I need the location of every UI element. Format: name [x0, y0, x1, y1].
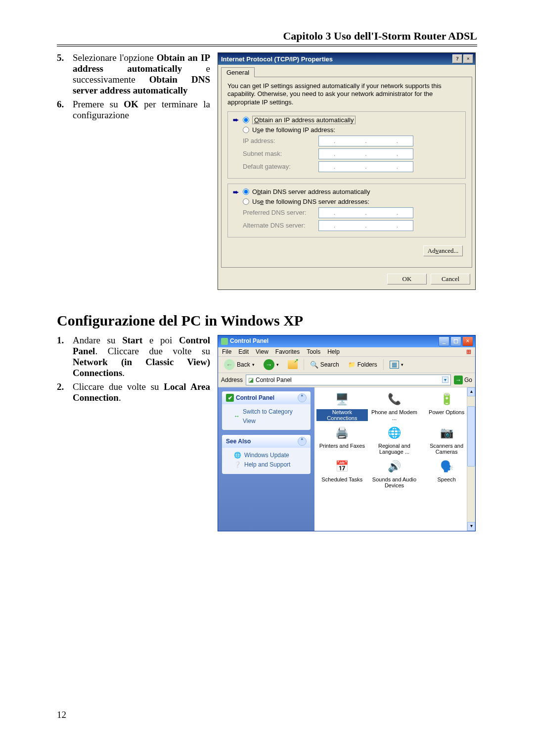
collapse-icon[interactable]: ˄: [298, 437, 307, 446]
switch-view-icon: ↔: [234, 412, 240, 421]
close-button[interactable]: ×: [463, 54, 473, 63]
header-rule: [57, 45, 477, 47]
step-2: 2. Cliccare due volte su Local Area Conn…: [57, 381, 210, 403]
icon-speech[interactable]: 🗣️ Speech: [421, 458, 472, 488]
menu-tools[interactable]: Tools: [307, 348, 320, 355]
side-panel-1-title: Control Panel: [236, 394, 274, 401]
menu-file[interactable]: File: [222, 348, 231, 355]
tab-general[interactable]: General: [221, 67, 255, 77]
address-dropdown-icon[interactable]: ▾: [442, 377, 448, 383]
icon-network-connections[interactable]: 🖥️ Network Connections: [316, 390, 368, 421]
step-1: 1. Andare su Start e poi Control Panel. …: [57, 335, 210, 378]
side-pane: ✔Control Panel ˄ ↔Switch to Category Vie…: [218, 387, 314, 531]
preferred-dns-label: Preferred DNS server:: [243, 209, 314, 216]
toolbar: ←Back ▾ →▾ 🔍Search 📁Folders ▦▾: [218, 357, 475, 373]
go-icon: →: [454, 376, 463, 384]
pointer-icon: ➨: [233, 116, 240, 124]
icon-scheduled-tasks[interactable]: 📅 Scheduled Tasks: [316, 458, 368, 488]
step-1-b1: Start: [122, 335, 142, 345]
menu-bar: File Edit View Favorites Tools Help ⊞: [218, 347, 475, 357]
window-titlebar: Control Panel _ ◻ ×: [218, 335, 475, 347]
ok-button[interactable]: OK: [387, 274, 427, 284]
step-1-t3: . Cliccare due volte su: [95, 346, 210, 356]
menu-help[interactable]: Help: [327, 348, 340, 355]
folder-up-icon: [288, 360, 298, 369]
radio-use-ip[interactable]: [243, 127, 249, 133]
scroll-down-icon[interactable]: ▾: [467, 522, 475, 531]
camera-icon: 📷: [438, 424, 455, 442]
address-label: Address: [221, 377, 243, 383]
globe-icon: 🌐: [234, 451, 241, 460]
help-support-link[interactable]: ❔Help and Support: [234, 460, 307, 470]
scroll-thumb[interactable]: [467, 406, 475, 467]
preferred-dns-input: ...: [318, 207, 413, 218]
menu-edit[interactable]: Edit: [238, 348, 249, 355]
collapse-icon[interactable]: ˄: [298, 393, 307, 402]
radio-obtain-dns-auto[interactable]: [243, 189, 249, 195]
dialog-description: You can get IP settings assigned automat…: [227, 82, 466, 106]
windows-update-link[interactable]: 🌐Windows Update: [234, 451, 307, 460]
address-value: Control Panel: [256, 377, 292, 383]
step-2-t1: Cliccare due volte su: [73, 381, 164, 392]
up-button[interactable]: [285, 359, 301, 370]
icon-scanners-cameras[interactable]: 📷 Scanners and Cameras: [421, 424, 472, 455]
side-panel-2-title: See Also: [226, 438, 251, 445]
scroll-up-icon[interactable]: ▴: [467, 387, 475, 396]
side-panel-see-also: See Also ˄ 🌐Windows Update ❔Help and Sup…: [222, 435, 311, 473]
help-icon: ❔: [234, 460, 241, 470]
cancel-button[interactable]: Cancel: [431, 274, 470, 284]
gateway-label: Default gateway:: [243, 163, 314, 170]
close-button[interactable]: ×: [462, 336, 473, 346]
radio-obtain-ip-auto[interactable]: [243, 117, 249, 123]
ip-address-input: ...: [318, 136, 413, 146]
dns-groupbox: ➨ Obtain DNS server address automaticall…: [227, 184, 466, 237]
minimize-button[interactable]: _: [439, 336, 449, 346]
scheduled-icon: 📅: [333, 458, 351, 475]
gateway-input: ...: [318, 161, 413, 172]
address-bar: Address ◪ Control Panel ▾ →Go: [218, 373, 475, 387]
control-panel-badge-icon: ✔: [226, 394, 234, 402]
step-1-t2: e poi: [142, 335, 179, 345]
menu-view[interactable]: View: [256, 348, 268, 355]
folders-button[interactable]: 📁Folders: [345, 360, 380, 369]
step-5-number: 5.: [57, 52, 67, 96]
control-panel-window: Control Panel _ ◻ × File Edit View Favor…: [218, 335, 476, 531]
step-6: 6. Premere su OK per terminare la config…: [57, 99, 210, 121]
icon-sounds-audio[interactable]: 🔊 Sounds and Audio Devices: [369, 458, 420, 488]
icon-printers-faxes[interactable]: 🖨️ Printers and Faxes: [316, 424, 368, 455]
icon-power-options[interactable]: 🔋 Power Options: [421, 390, 472, 421]
icon-regional-language[interactable]: 🌐 Regional and Language ...: [369, 424, 420, 455]
help-button[interactable]: ?: [452, 54, 462, 63]
subnet-mask-label: Subnet mask:: [243, 150, 314, 157]
address-input[interactable]: ◪ Control Panel ▾: [246, 375, 451, 385]
globe-icon: 🌐: [385, 424, 403, 442]
forward-button[interactable]: →▾: [261, 358, 282, 371]
control-panel-icon: [221, 338, 228, 345]
windows-flag-icon: ⊞: [466, 348, 471, 355]
chapter-header: Capitolo 3 Uso dell'I-Storm Router ADSL: [57, 30, 477, 45]
advanced-button[interactable]: Advanced...Advanced...: [423, 245, 463, 256]
dialog-title: Internet Protocol (TCP/IP) Properties: [221, 55, 333, 63]
control-panel-small-icon: ◪: [248, 377, 254, 383]
step-6-number: 6.: [57, 99, 67, 121]
scrollbar[interactable]: ▴ ▾: [467, 387, 475, 531]
maximize-button[interactable]: ◻: [450, 336, 461, 346]
ip-groupbox: ➨ OObtain an IP address automaticallybta…: [227, 111, 466, 179]
side-panel-control-panel: ✔Control Panel ˄ ↔Switch to Category Vie…: [222, 391, 311, 430]
step-2-number: 2.: [57, 381, 67, 403]
views-icon: ▦: [390, 361, 399, 369]
back-button[interactable]: ←Back ▾: [221, 358, 258, 371]
menu-favorites[interactable]: Favorites: [275, 348, 300, 355]
step-6-b1: OK: [124, 99, 138, 109]
dialog-titlebar: Internet Protocol (TCP/IP) Properties ? …: [218, 53, 475, 65]
window-title: Control Panel: [230, 337, 268, 344]
switch-category-view-link[interactable]: ↔Switch to Category View: [234, 407, 307, 426]
speech-icon: 🗣️: [438, 458, 455, 475]
icon-phone-modem[interactable]: 📞 Phone and Modem ...: [369, 390, 420, 421]
sound-icon: 🔊: [385, 458, 403, 475]
radio-use-dns[interactable]: [243, 198, 249, 205]
go-button[interactable]: →Go: [454, 376, 472, 384]
step-5-t1: Selezionare l'opzione: [73, 52, 157, 63]
views-button[interactable]: ▦▾: [387, 360, 406, 370]
search-button[interactable]: 🔍Search: [307, 360, 342, 370]
